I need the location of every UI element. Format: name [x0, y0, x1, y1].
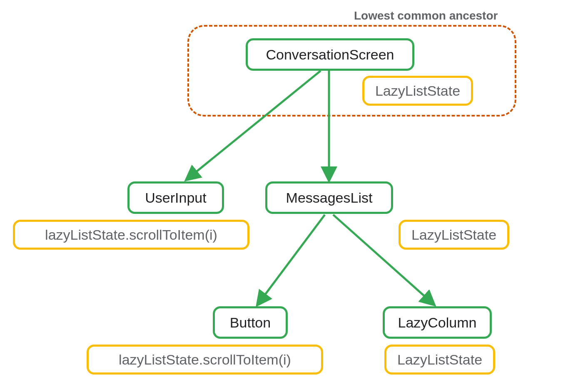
state-user-input: lazyListState.scrollToItem(i)	[13, 220, 249, 250]
state-messages-list: LazyListState	[399, 220, 509, 250]
node-button: Button	[213, 306, 288, 339]
state-label: LazyListState	[411, 227, 496, 243]
node-label: LazyColumn	[398, 315, 477, 331]
state-lazy-column: LazyListState	[384, 345, 495, 375]
state-label: LazyListState	[375, 83, 460, 99]
node-label: ConversationScreen	[266, 47, 394, 63]
node-label: MessagesList	[286, 190, 373, 206]
ancestor-label: Lowest common ancestor	[354, 9, 498, 22]
node-label: Button	[230, 315, 271, 331]
state-button: lazyListState.scrollToItem(i)	[87, 345, 323, 375]
node-user-input: UserInput	[127, 181, 224, 214]
svg-line-2	[258, 215, 325, 304]
state-label: lazyListState.scrollToItem(i)	[45, 227, 217, 243]
node-messages-list: MessagesList	[265, 181, 393, 214]
state-label: LazyListState	[397, 352, 482, 368]
node-lazy-column: LazyColumn	[383, 306, 492, 339]
state-label: lazyListState.scrollToItem(i)	[119, 352, 291, 368]
node-label: UserInput	[145, 190, 206, 206]
node-conversation-screen: ConversationScreen	[246, 38, 414, 71]
state-conversation-screen: LazyListState	[362, 76, 473, 106]
